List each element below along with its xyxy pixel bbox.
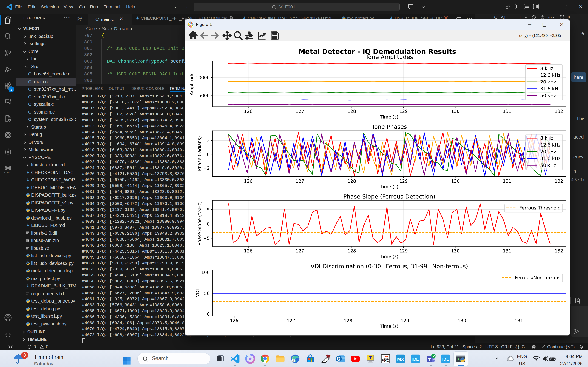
- svg-text:VNC: VNC: [382, 359, 389, 362]
- svg-text:T: T: [428, 357, 431, 362]
- svg-text:MX: MX: [397, 357, 404, 362]
- svg-text:IDE: IDE: [442, 357, 449, 361]
- svg-text:USB: USB: [383, 355, 388, 358]
- svg-text:IDE: IDE: [412, 357, 419, 361]
- svg-text:LT: LT: [327, 354, 330, 358]
